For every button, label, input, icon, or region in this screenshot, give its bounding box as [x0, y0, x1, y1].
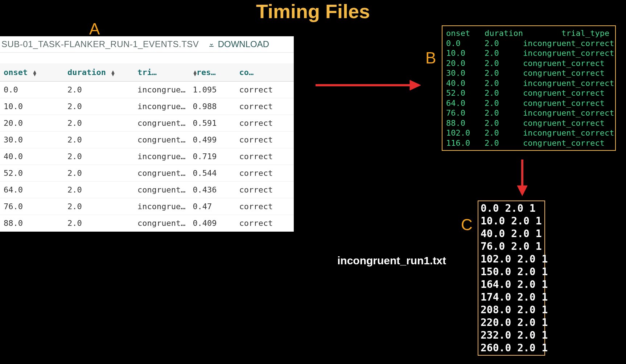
cell-trial: incongrue…: [134, 148, 189, 165]
cell-cor: correct: [236, 215, 294, 232]
table-row: 88.02.0congruent…0.409correct: [0, 215, 294, 232]
table-row: 0.02.0incongrue…1.095correct: [0, 82, 294, 98]
panel-c-filename: incongruent_run1.txt: [337, 255, 446, 267]
col-duration[interactable]: duration ▲▼: [64, 63, 134, 82]
cell-duration: 2.0: [64, 148, 134, 165]
cell-cor: correct: [236, 115, 294, 132]
table-row: 10.02.0incongrue…0.988correct: [0, 98, 294, 115]
sort-icon: ▲▼: [111, 70, 114, 76]
cell-cor: correct: [236, 98, 294, 115]
cell-duration: 2.0: [64, 165, 134, 182]
panel-label-b: B: [425, 49, 436, 67]
table-row: 40.02.0incongrue…0.719correct: [0, 148, 294, 165]
col-onset[interactable]: onset ▲▼: [0, 63, 64, 82]
panel-c-textfile: 0.0 2.0 1 10.0 2.0 1 40.0 2.0 1 76.0 2.0…: [478, 200, 545, 356]
cell-onset: 76.0: [0, 198, 64, 215]
table-row: 20.02.0congruent…0.591correct: [0, 115, 294, 132]
panel-b-terminal: onset duration trial_type 0.0 2.0 incong…: [442, 25, 616, 151]
cell-onset: 30.0: [0, 132, 64, 148]
arrow-b-to-c: [515, 160, 530, 196]
cell-onset: 88.0: [0, 215, 64, 232]
cell-cor: correct: [236, 132, 294, 148]
cell-trial: congruent…: [134, 115, 189, 132]
cell-cor: correct: [236, 148, 294, 165]
cell-cor: correct: [236, 165, 294, 182]
cell-trial: congruent…: [134, 182, 189, 198]
cell-cor: correct: [236, 198, 294, 215]
panel-label-c: C: [461, 216, 473, 234]
cell-onset: 0.0: [0, 82, 64, 98]
col-res[interactable]: ▲▼res…: [189, 63, 235, 82]
panel-a-events-table: SUB-01_TASK-FLANKER_RUN-1_EVENTS.TSV DOW…: [0, 36, 294, 232]
col-trial[interactable]: tri…: [134, 63, 189, 82]
table-header-row: onset ▲▼ duration ▲▼ tri… ▲▼res… co…: [0, 63, 294, 82]
cell-res: 0.988: [189, 98, 235, 115]
cell-cor: correct: [236, 82, 294, 98]
cell-trial: incongrue…: [134, 82, 189, 98]
cell-res: 0.719: [189, 148, 235, 165]
cell-trial: congruent…: [134, 165, 189, 182]
cell-res: 0.499: [189, 132, 235, 148]
sort-icon: ▲▼: [193, 70, 196, 76]
table-row: 30.02.0congruent…0.499correct: [0, 132, 294, 148]
sort-icon: ▲▼: [33, 70, 36, 76]
table-row: 76.02.0incongrue…0.47correct: [0, 198, 294, 215]
cell-trial: congruent…: [134, 132, 189, 148]
panel-a-header: SUB-01_TASK-FLANKER_RUN-1_EVENTS.TSV DOW…: [0, 36, 294, 53]
cell-duration: 2.0: [64, 215, 134, 232]
cell-res: 0.436: [189, 182, 235, 198]
cell-res: 0.47: [189, 198, 235, 215]
col-cor[interactable]: co…: [236, 63, 294, 82]
cell-cor: correct: [236, 182, 294, 198]
cell-duration: 2.0: [64, 115, 134, 132]
cell-trial: congruent…: [134, 215, 189, 232]
download-button[interactable]: DOWNLOAD: [208, 39, 269, 49]
cell-res: 0.591: [189, 115, 235, 132]
cell-trial: incongrue…: [134, 198, 189, 215]
cell-duration: 2.0: [64, 182, 134, 198]
events-filename: SUB-01_TASK-FLANKER_RUN-1_EVENTS.TSV: [1, 39, 208, 49]
cell-res: 1.095: [189, 82, 235, 98]
cell-onset: 52.0: [0, 165, 64, 182]
table-row: 52.02.0congruent…0.544correct: [0, 165, 294, 182]
cell-duration: 2.0: [64, 98, 134, 115]
arrow-a-to-b: [316, 78, 421, 92]
cell-onset: 10.0: [0, 98, 64, 115]
cell-duration: 2.0: [64, 132, 134, 148]
events-table: onset ▲▼ duration ▲▼ tri… ▲▼res… co… 0.0…: [0, 63, 294, 232]
download-label: DOWNLOAD: [218, 39, 269, 49]
cell-onset: 64.0: [0, 182, 64, 198]
panel-label-a: A: [89, 20, 100, 38]
cell-duration: 2.0: [64, 198, 134, 215]
svg-marker-1: [410, 80, 421, 90]
cell-res: 0.409: [189, 215, 235, 232]
download-icon: [208, 41, 215, 48]
cell-duration: 2.0: [64, 82, 134, 98]
svg-marker-3: [517, 186, 527, 196]
cell-onset: 20.0: [0, 115, 64, 132]
cell-res: 0.544: [189, 165, 235, 182]
cell-onset: 40.0: [0, 148, 64, 165]
table-row: 64.02.0congruent…0.436correct: [0, 182, 294, 198]
cell-trial: incongrue…: [134, 98, 189, 115]
page-title: Timing Files: [256, 0, 370, 22]
